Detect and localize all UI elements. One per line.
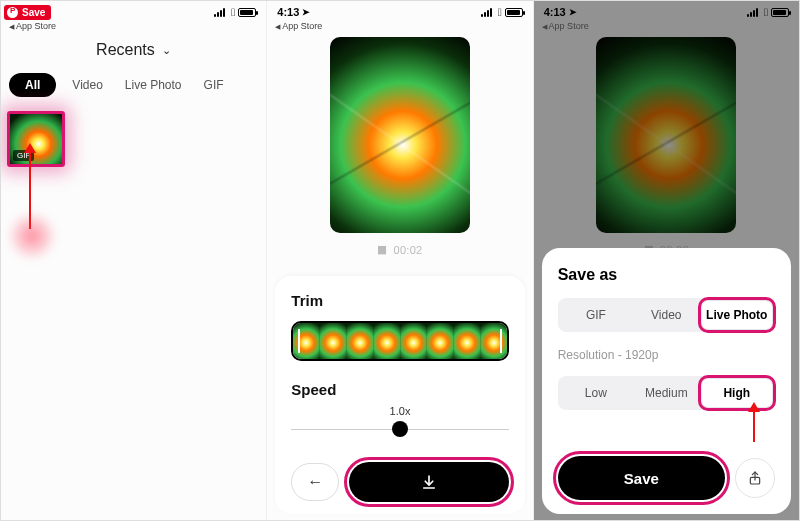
signal-icon bbox=[214, 8, 228, 17]
format-option-live-photo[interactable]: Live Photo bbox=[702, 301, 772, 329]
status-bar: 4:13 ➤ 􀙇 bbox=[267, 1, 532, 23]
signal-icon bbox=[481, 8, 495, 17]
pause-icon[interactable]: ▮▮ bbox=[377, 243, 385, 256]
speed-heading: Speed bbox=[291, 381, 508, 398]
wifi-icon: 􀙇 bbox=[498, 6, 502, 18]
save-as-heading: Save as bbox=[558, 266, 775, 284]
battery-icon bbox=[771, 8, 789, 17]
album-picker[interactable]: Recents ⌄ bbox=[1, 41, 266, 59]
download-button[interactable] bbox=[349, 462, 508, 502]
screen-gallery: Save 􀙇 App Store Recents ⌄ All Video Liv… bbox=[1, 1, 267, 520]
format-segmented-control: GIF Video Live Photo bbox=[558, 298, 775, 332]
edit-sheet: Trim Speed 1.0x ← bbox=[275, 276, 524, 514]
annotation-glow bbox=[7, 211, 57, 261]
location-icon: ➤ bbox=[302, 7, 310, 17]
format-option-video[interactable]: Video bbox=[631, 301, 701, 329]
location-icon: ➤ bbox=[569, 7, 577, 17]
speed-value: 1.0x bbox=[390, 405, 411, 417]
save-sheet: Save as GIF Video Live Photo Resolution … bbox=[542, 248, 791, 514]
quality-option-medium[interactable]: Medium bbox=[631, 379, 701, 407]
tab-gif[interactable]: GIF bbox=[198, 73, 230, 97]
share-button[interactable] bbox=[735, 458, 775, 498]
quality-option-low[interactable]: Low bbox=[561, 379, 631, 407]
video-preview[interactable] bbox=[330, 37, 470, 233]
resolution-label: Resolution - 1920p bbox=[558, 348, 775, 362]
slider-knob[interactable] bbox=[392, 421, 408, 437]
trim-strip[interactable] bbox=[291, 321, 508, 361]
battery-icon bbox=[505, 8, 523, 17]
screen-edit: 4:13 ➤ 􀙇 App Store ▮▮ 00:02 Trim Speed bbox=[267, 1, 533, 520]
tab-video[interactable]: Video bbox=[66, 73, 108, 97]
album-title: Recents bbox=[96, 41, 155, 58]
screen-save: 4:13 ➤ 􀙇 App Store ▮▮ 00:02 Save as GIF … bbox=[534, 1, 799, 520]
save-button[interactable]: Save bbox=[558, 456, 725, 500]
back-to-appstore[interactable]: App Store bbox=[267, 21, 532, 31]
share-icon bbox=[747, 470, 763, 486]
media-filter-tabs: All Video Live Photo GIF bbox=[1, 59, 266, 107]
format-option-gif[interactable]: GIF bbox=[561, 301, 631, 329]
back-button[interactable]: ← bbox=[291, 463, 339, 501]
wifi-icon: 􀙇 bbox=[231, 6, 235, 18]
quality-segmented-control: Low Medium High bbox=[558, 376, 775, 410]
annotation-arrow bbox=[753, 410, 755, 442]
media-thumbnail[interactable]: GIF bbox=[7, 111, 65, 167]
status-time: 4:13 bbox=[277, 6, 299, 18]
trim-heading: Trim bbox=[291, 292, 508, 309]
wifi-icon: 􀙇 bbox=[764, 6, 768, 18]
timecode: 00:02 bbox=[393, 244, 422, 256]
chevron-down-icon: ⌄ bbox=[162, 44, 171, 57]
quality-option-high[interactable]: High bbox=[702, 379, 772, 407]
tab-all[interactable]: All bbox=[9, 73, 56, 97]
speed-slider[interactable]: 1.0x bbox=[291, 420, 508, 440]
back-to-appstore[interactable]: App Store bbox=[534, 21, 799, 31]
playback-status: ▮▮ 00:02 bbox=[267, 243, 532, 256]
tab-live-photo[interactable]: Live Photo bbox=[119, 73, 188, 97]
battery-icon bbox=[238, 8, 256, 17]
back-to-appstore[interactable]: App Store bbox=[1, 21, 266, 31]
pinterest-save-badge[interactable]: Save bbox=[4, 5, 51, 20]
signal-icon bbox=[747, 8, 761, 17]
status-bar: 4:13 ➤ 􀙇 bbox=[534, 1, 799, 23]
download-icon bbox=[420, 473, 438, 491]
arrow-left-icon: ← bbox=[307, 473, 323, 491]
status-time: 4:13 bbox=[544, 6, 566, 18]
video-preview bbox=[596, 37, 736, 233]
